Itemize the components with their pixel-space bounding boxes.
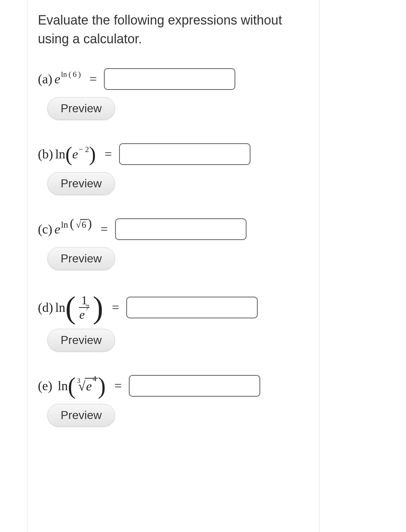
- part-c: (c) eln ( 6) = Preview: [38, 218, 395, 270]
- part-e-row: (e) ln( 3e4) =: [38, 375, 395, 397]
- part-b-label: (b): [38, 147, 53, 162]
- close-paren: ): [78, 70, 81, 79]
- equals-sign: =: [114, 378, 122, 393]
- radicand: e4: [85, 378, 98, 394]
- part-e-label: (e): [38, 378, 52, 393]
- part-b-expression: (b) ln(e− 2): [38, 147, 96, 162]
- part-d: (d) ln ( 1 e7 ) = Preview: [38, 293, 395, 352]
- exponent: ln ( 6 ): [61, 70, 81, 79]
- part-a-row: (a) eln ( 6 ) =: [38, 68, 395, 90]
- equals-sign: =: [105, 147, 112, 162]
- part-b-preview-button[interactable]: Preview: [47, 172, 115, 195]
- fraction: 1 e7: [77, 293, 91, 322]
- ln-text: ln: [61, 220, 68, 230]
- exponent: 7: [86, 304, 89, 311]
- part-b: (b) ln(e− 2) = Preview: [38, 143, 395, 195]
- part-d-row: (d) ln ( 1 e7 ) =: [38, 293, 395, 322]
- part-c-row: (c) eln ( 6) =: [38, 218, 395, 240]
- part-a-expression: (a) eln ( 6 ): [38, 71, 81, 87]
- part-e-expression: (e) ln( 3e4): [38, 378, 106, 394]
- ln-text: ln: [55, 300, 65, 315]
- part-e-answer-input[interactable]: [129, 375, 260, 397]
- part-c-preview-button[interactable]: Preview: [47, 247, 115, 270]
- ln-text: ln: [55, 147, 65, 162]
- part-a-preview-button[interactable]: Preview: [47, 97, 115, 120]
- part-a: (a) eln ( 6 ) = Preview: [38, 68, 395, 120]
- exponent: 4: [93, 374, 97, 383]
- math-e: e: [54, 71, 60, 87]
- exponent: ln ( 6): [61, 217, 92, 231]
- math-e: e: [86, 379, 92, 393]
- radicand: 6: [80, 219, 88, 230]
- equals-sign: =: [101, 222, 108, 237]
- part-a-answer-input[interactable]: [104, 68, 235, 90]
- root-index: 3: [77, 377, 80, 385]
- cube-root: 3e4: [78, 378, 98, 394]
- part-b-row: (b) ln(e− 2) =: [38, 143, 395, 165]
- question-prompt: Evaluate the following expressions witho…: [38, 11, 395, 48]
- part-c-answer-input[interactable]: [115, 218, 246, 240]
- part-c-label: (c): [38, 222, 52, 237]
- part-e: (e) ln( 3e4) = Preview: [38, 375, 395, 427]
- math-e: e: [72, 147, 78, 162]
- problem-page: Evaluate the following expressions witho…: [0, 0, 406, 532]
- part-e-preview-button[interactable]: Preview: [47, 404, 115, 427]
- part-d-expression: (d) ln ( 1 e7 ): [38, 293, 103, 322]
- equals-sign: =: [112, 300, 119, 315]
- part-a-label: (a): [38, 71, 52, 87]
- open-paren: (: [69, 70, 71, 79]
- ln-text: ln: [61, 70, 67, 79]
- part-c-expression: (c) eln ( 6): [38, 222, 92, 237]
- sqrt: 6: [76, 219, 87, 230]
- exp-arg: 6: [73, 70, 77, 79]
- equals-sign: =: [90, 71, 97, 87]
- part-b-answer-input[interactable]: [119, 143, 250, 165]
- part-d-label: (d): [38, 300, 53, 315]
- part-d-answer-input[interactable]: [126, 297, 258, 318]
- part-d-preview-button[interactable]: Preview: [47, 329, 115, 352]
- denominator: e7: [77, 308, 91, 322]
- ln-text: ln: [58, 378, 68, 393]
- math-e: e: [54, 222, 60, 237]
- close-paren: ): [88, 217, 92, 231]
- content-column: Evaluate the following expressions witho…: [16, 11, 395, 427]
- math-e: e: [79, 308, 85, 321]
- open-paren: (: [70, 217, 74, 231]
- exponent: − 2: [79, 145, 89, 154]
